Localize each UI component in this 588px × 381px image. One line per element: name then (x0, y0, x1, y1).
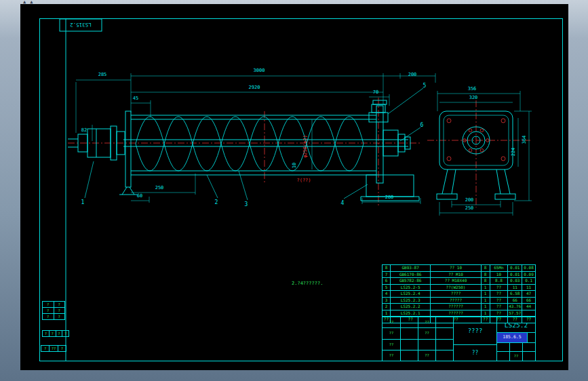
bom-cell: ?????? (430, 304, 480, 310)
bom-cell: ?? (490, 285, 508, 291)
signature-cell: ?? (418, 317, 435, 327)
bom-cell: 47 (522, 291, 535, 297)
bom-cell: 66 (522, 298, 535, 304)
signature-cell (400, 340, 418, 350)
title-block: ?????????????? ???? ?? LS25.2 185.6.5 ?? (382, 317, 536, 361)
title-block-small-grid: ?? (497, 343, 535, 361)
bom-cell: 8 (481, 278, 490, 284)
side-view (68, 100, 419, 201)
bom-cell: ???? (430, 291, 480, 297)
bom-cell: 57.57 (507, 310, 522, 317)
bom-cell: 8 (383, 265, 390, 271)
cad-viewport[interactable]: 2853000292020045708225060280123456φ250(±… (20, 4, 568, 370)
bom-row: 3LS25.2.3?????1??6666 (383, 297, 535, 304)
revision-cell: ? (43, 331, 49, 336)
revision-table-b: ???? (42, 330, 69, 337)
bom-cell: 0.1 (522, 278, 535, 284)
revision-row: ?? (43, 302, 64, 307)
bom-cell: GB5782-86 (390, 278, 430, 284)
bom-cell: ??(W250) (430, 285, 480, 291)
signature-cell (435, 350, 453, 361)
revision-row: ???? (41, 346, 66, 351)
drawing-title: ???? (454, 317, 496, 345)
bom-cell: ?? 10 (430, 265, 480, 271)
bom-cell: ?? (490, 310, 508, 317)
signature-row: ???? (383, 350, 453, 361)
desktop: { "window": { "controls": ["▲", "▲"] }, … (0, 0, 588, 381)
bom-cell: LS25.2.2 (390, 304, 430, 310)
bom-cell: 43.76 (507, 304, 522, 310)
bom-cell: LS25.2.4 (390, 291, 430, 297)
bom-cell: 7 (383, 272, 390, 278)
bom-cell: ?? (490, 291, 508, 297)
bom-cell: 3 (383, 298, 390, 304)
signature-cell (400, 350, 418, 361)
bom-cell: 2 (383, 304, 390, 310)
bom-row: 1LS25.2.1??????1??57.57 (383, 310, 535, 317)
bom-cell: ????? (430, 298, 480, 304)
date-cell: 185.6.5 (497, 333, 527, 342)
bom-cell: 8 (481, 265, 490, 271)
drawing-subtitle: ?? (454, 345, 496, 361)
title-block-right: LS25.2 185.6.5 ?? (497, 317, 535, 361)
signature-row: ???? (383, 327, 453, 338)
revision-table-a: ?????? (42, 301, 65, 320)
revision-cell: ? (62, 331, 68, 336)
bom-cell: LS25.2-5 (390, 285, 430, 291)
bom-cell: 44 (522, 304, 535, 310)
drawing-number: LS25.2 (497, 317, 535, 333)
bom-cell: 10 (490, 272, 508, 278)
signature-cell (400, 317, 418, 327)
small-grid-row: ?? (497, 351, 535, 361)
bom-cell: 0.01 (507, 272, 522, 278)
bom-cell: 1 (481, 285, 490, 291)
bom-cell: 6.58 (507, 291, 522, 297)
revision-row: ?? (43, 313, 64, 319)
bom-cell: 0.08 (522, 265, 535, 271)
bom-cell (522, 310, 535, 317)
technical-note: 2.?4??????. (292, 281, 323, 286)
small-grid-cell (509, 343, 522, 351)
revision-cell: ? (49, 331, 56, 336)
bom-cell: 0.09 (522, 272, 535, 278)
bom-cell: 4 (383, 291, 390, 297)
signature-cell: ?? (383, 328, 400, 338)
signature-cell: ?? (418, 328, 435, 338)
signature-cell (435, 340, 453, 350)
revision-cell: ? (41, 346, 49, 351)
signature-cell: ?? (418, 350, 435, 361)
bom-cell: LS25.2.3 (390, 298, 430, 304)
bom-cell: 1 (481, 310, 490, 317)
small-grid-cell (522, 343, 535, 351)
small-grid-cell (497, 343, 509, 351)
bom-cell: 11 (507, 285, 522, 291)
title-block-signature-grid: ?????????????? (383, 317, 454, 361)
small-grid-cell (497, 352, 509, 361)
bom-cell: 8 (481, 272, 490, 278)
small-grid-cell: ?? (509, 352, 522, 361)
bom-cell: 0.03 (507, 278, 522, 284)
revision-cell: ? (43, 314, 54, 319)
bom-table: 8GB93-87?? 10865Mn0.010.087GB6170-86?? M… (382, 264, 536, 323)
revision-cell: ? (58, 346, 66, 351)
bom-row: 5LS25.2-5??(W250)1??1111 (383, 284, 535, 291)
revision-cell: ? (43, 308, 54, 313)
small-grid-cell (522, 352, 535, 361)
revision-cell: ? (54, 302, 65, 307)
corner-drawing-number: LS315.2 (60, 19, 102, 31)
bom-cell: GB93-87 (390, 265, 430, 271)
bom-cell: ?????? (430, 310, 480, 317)
bom-cell: 6 (383, 278, 390, 284)
bom-row: 7GB6170-86?? M108100.010.09 (383, 271, 535, 278)
bom-row: 8GB93-87?? 10865Mn0.010.08 (383, 265, 535, 271)
signature-cell (435, 328, 453, 338)
bom-row: 2LS25.2.2??????1??43.7644 (383, 303, 535, 310)
revision-cell: ? (54, 314, 65, 319)
bom-cell: 11 (522, 285, 535, 291)
signature-cell (418, 340, 435, 350)
title-block-middle: ???? ?? (454, 317, 497, 361)
signature-row: ?? (383, 339, 453, 350)
bom-cell: 5 (383, 285, 390, 291)
bom-cell: 8.8 (490, 278, 508, 284)
revision-row: ?? (43, 307, 64, 313)
